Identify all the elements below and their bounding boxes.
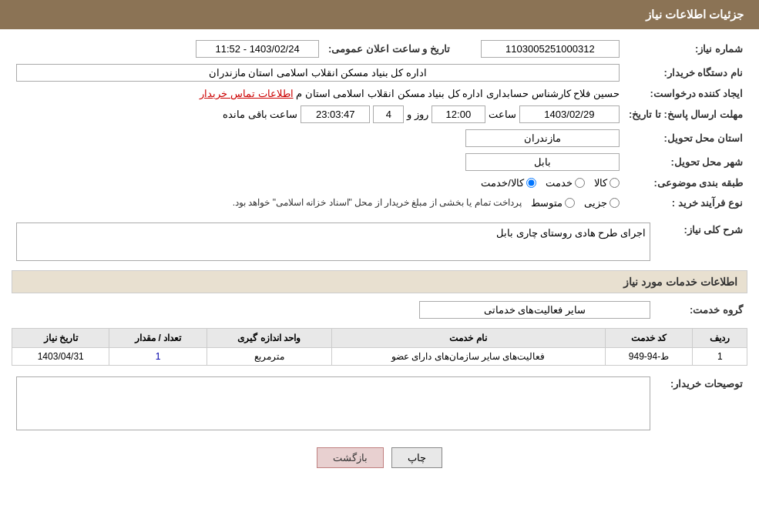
purchase-radio-motavaset[interactable]: متوسط <box>531 197 575 209</box>
organization-label: نام دستگاه خریدار: <box>624 61 747 85</box>
province-label: استان محل تحویل: <box>624 126 747 150</box>
col-unit: واحد اندازه گیری <box>207 329 331 348</box>
cell-unit: مترمربع <box>207 348 331 366</box>
print-button[interactable]: چاپ <box>391 447 442 468</box>
cell-name: فعالیت‌های سایر سازمان‌های دارای عضو <box>331 348 605 366</box>
col-row: ردیف <box>693 329 747 348</box>
deadline-remaining: 23:03:47 <box>301 105 370 123</box>
need-number-value: 1103005251000312 <box>455 37 624 61</box>
buyer-desc-table: توصیحات خریدار: <box>12 373 747 436</box>
description-table: شرح کلی نیاز: اجرای طرح هادی روستای چاری… <box>12 219 747 264</box>
deadline-remaining-label: ساعت باقی مانده <box>223 109 297 120</box>
back-button[interactable]: بازگشت <box>317 447 384 468</box>
purchase-type-row: جزیی متوسط پرداخت تمام یا بخشی از مبلغ خ… <box>12 192 624 213</box>
contact-link[interactable]: اطلاعات تماس خریدار <box>200 88 293 99</box>
deadline-time-label: ساعت <box>489 109 516 120</box>
services-table: ردیف کد خدمت نام خدمت واحد اندازه گیری ت… <box>12 328 747 366</box>
deadline-days: 4 <box>373 105 404 123</box>
service-group-value: سایر فعالیت‌های خدماتی <box>12 298 655 322</box>
col-date: تاریخ نیاز <box>12 329 109 348</box>
cell-date: 1403/04/31 <box>12 348 109 366</box>
cell-code: ط-94-949 <box>605 348 693 366</box>
creator-label: ایجاد کننده درخواست: <box>624 85 747 102</box>
province-value: مازندران <box>12 126 624 150</box>
date-value: 1403/02/24 - 11:52 <box>12 37 324 61</box>
category-radio-kala[interactable]: کالا <box>594 177 620 189</box>
category-radio-both[interactable]: کالا/خدمت <box>481 177 536 189</box>
organization-value: اداره کل بنیاد مسکن انقلاب اسلامی استان … <box>12 61 624 85</box>
date-label: تاریخ و ساعت اعلان عمومی: <box>324 37 455 61</box>
purchase-notice: پرداخت تمام یا بخشی از مبلغ خریدار از مح… <box>233 195 522 210</box>
buyer-desc-textarea[interactable] <box>16 376 650 430</box>
service-group-label: گروه خدمت: <box>655 298 747 322</box>
cell-qty: 1 <box>109 348 207 366</box>
deadline-label: مهلت ارسال پاسخ: تا تاریخ: <box>624 102 747 126</box>
city-value: بابل <box>12 150 624 174</box>
deadline-date: 1403/02/29 <box>519 105 620 123</box>
buyer-desc-area <box>12 373 655 436</box>
purchase-type-label: نوع فرآیند خرید : <box>624 192 747 213</box>
services-section-header: اطلاعات خدمات مورد نیاز <box>12 270 747 293</box>
table-row: 1 ط-94-949 فعالیت‌های سایر سازمان‌های دا… <box>12 348 747 366</box>
info-table: شماره نیاز: 1103005251000312 تاریخ و ساع… <box>12 37 747 213</box>
deadline-row: 1403/02/29 ساعت 12:00 روز و 4 23:03:47 س… <box>12 102 624 126</box>
page-title: جزئیات اطلاعات نیاز <box>646 8 744 21</box>
deadline-time: 12:00 <box>432 105 485 123</box>
category-label: طبقه بندی موضوعی: <box>624 174 747 192</box>
category-radio-group: کالا خدمت کالا/خدمت <box>12 174 624 192</box>
service-group-table: گروه خدمت: سایر فعالیت‌های خدماتی <box>12 298 747 322</box>
button-row: بازگشت چاپ <box>12 447 747 468</box>
creator-value: حسین فلاح کارشناس حسابداری اداره کل بنیا… <box>12 85 624 102</box>
col-qty: تعداد / مقدار <box>109 329 207 348</box>
buyer-desc-label: توصیحات خریدار: <box>655 373 747 436</box>
col-code: کد خدمت <box>605 329 693 348</box>
col-name: نام خدمت <box>331 329 605 348</box>
description-section-label: شرح کلی نیاز: <box>655 219 747 264</box>
deadline-day-label: روز و <box>407 109 428 120</box>
need-number-label: شماره نیاز: <box>624 37 747 61</box>
purchase-radio-jozi[interactable]: جزیی <box>584 197 620 209</box>
city-label: شهر محل تحویل: <box>624 150 747 174</box>
cell-row: 1 <box>693 348 747 366</box>
description-area: اجرای طرح هادی روستای چاری بابل <box>12 219 655 264</box>
category-radio-khedmat[interactable]: خدمت <box>546 177 585 189</box>
page-header: جزئیات اطلاعات نیاز <box>0 0 759 29</box>
